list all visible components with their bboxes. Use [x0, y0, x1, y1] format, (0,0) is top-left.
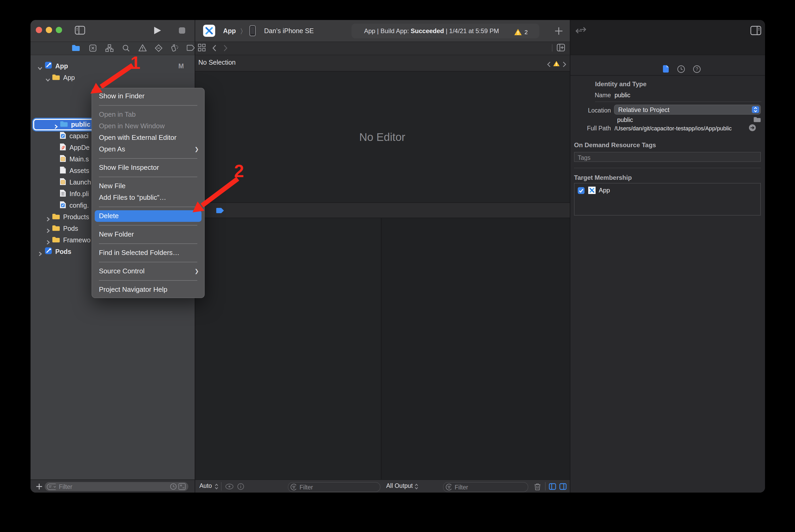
menu-item-new-folder[interactable]: New Folder: [92, 229, 204, 240]
tree-item-label: capaci: [70, 132, 88, 140]
location-dropdown[interactable]: Relative to Project: [614, 104, 761, 115]
jump-bar-selection[interactable]: No Selection: [198, 59, 236, 66]
menu-item-find-in-selected-folders[interactable]: Find in Selected Folders…: [92, 247, 204, 259]
inspector-toggle-icon[interactable]: [750, 26, 761, 37]
disclosure-right-icon[interactable]: [45, 226, 51, 231]
console-pane-toggle-icon[interactable]: [559, 483, 567, 490]
menu-item-open-in-new-window: Open in New Window: [92, 120, 204, 132]
warning-badge[interactable]: 2: [514, 27, 528, 36]
modified-badge: M: [178, 62, 184, 70]
disclosure-down-icon[interactable]: [37, 63, 42, 69]
tree-item-label: Pods: [63, 225, 78, 232]
disclosure-down-icon[interactable]: [45, 75, 51, 80]
symbol-navigator-tab-icon[interactable]: [105, 44, 114, 54]
eye-icon[interactable]: [225, 483, 234, 489]
folder-icon: [52, 224, 60, 233]
clear-console-trash-icon[interactable]: [534, 482, 541, 491]
next-issue-icon[interactable]: [562, 60, 567, 70]
menu-item-open-in-tab: Open in Tab: [92, 109, 204, 120]
svg-text:?: ?: [695, 66, 698, 72]
menu-item-open-with-external-editor[interactable]: Open with External Editor: [92, 132, 204, 144]
code-review-icon[interactable]: [575, 27, 586, 37]
menu-item-project-navigator-help[interactable]: Project Navigator Help: [92, 284, 204, 296]
navigator-filter-input[interactable]: [58, 483, 170, 490]
activity-viewer[interactable]: App | Build App: Succeeded | 1/4/21 at 5…: [351, 24, 539, 38]
storyboard-file-icon: [59, 177, 66, 187]
warning-count: 2: [525, 29, 528, 35]
name-value: public: [615, 92, 630, 98]
minimize-button[interactable]: [46, 27, 52, 33]
source-control-tab-icon[interactable]: [89, 44, 97, 54]
zoom-button[interactable]: [56, 27, 62, 33]
previous-issue-icon[interactable]: [547, 60, 551, 70]
variables-filter-input[interactable]: [299, 483, 380, 491]
disclosure-right-icon[interactable]: [37, 249, 42, 254]
console-view[interactable]: [381, 218, 570, 479]
run-button[interactable]: [153, 26, 162, 37]
disclosure-right-icon[interactable]: [53, 122, 58, 127]
odr-tags-input[interactable]: [575, 153, 765, 162]
close-button[interactable]: [36, 27, 42, 33]
disclosure-right-icon[interactable]: [45, 214, 51, 220]
disclosure-right-icon[interactable]: [45, 238, 51, 243]
build-status-result: Succeeded: [411, 27, 444, 35]
divider: [221, 482, 221, 491]
console-filter-field[interactable]: [443, 482, 528, 492]
quick-help-tab-icon[interactable]: ?: [693, 65, 701, 73]
back-icon[interactable]: [212, 44, 217, 54]
tree-item-label: config.: [70, 202, 89, 209]
menu-item-open-as[interactable]: Open As: [92, 144, 204, 155]
console-bottom-bar: All Output: [381, 479, 570, 493]
recent-files-clock-icon[interactable]: [170, 483, 177, 490]
navigator-filter-field[interactable]: [45, 482, 188, 491]
editor-inspector-divider[interactable]: [570, 20, 570, 493]
tree-item-label: Products: [63, 213, 89, 221]
tree-item-label: Framewo: [63, 236, 90, 244]
scheme-name[interactable]: App: [223, 27, 236, 35]
breakpoint-navigator-tab-icon[interactable]: [187, 44, 195, 54]
library-plus-icon[interactable]: [555, 27, 563, 37]
variables-view[interactable]: [195, 218, 381, 479]
tree-item-label: public: [71, 121, 90, 128]
jump-bar-warning-icon[interactable]: [553, 59, 560, 69]
issue-navigator-tab-icon[interactable]: [138, 44, 147, 54]
filter-options-icon[interactable]: [47, 483, 56, 490]
target-app-icon: [588, 187, 596, 194]
find-navigator-tab-icon[interactable]: [122, 44, 130, 54]
debug-pane-divider[interactable]: [381, 218, 381, 493]
test-navigator-tab-icon[interactable]: [155, 44, 163, 54]
odr-tags-field[interactable]: [574, 152, 761, 162]
app-scheme-icon[interactable]: [203, 25, 215, 39]
console-scope-select[interactable]: All Output: [386, 482, 413, 489]
info-icon[interactable]: [237, 483, 244, 490]
variables-scope-select[interactable]: Auto: [199, 482, 212, 489]
menu-item-source-control[interactable]: Source Control: [92, 265, 204, 277]
history-inspector-tab-icon[interactable]: [677, 65, 685, 73]
file-inspector-tab-icon[interactable]: [663, 65, 669, 73]
forward-icon[interactable]: [223, 44, 228, 54]
target-membership-row[interactable]: App: [578, 187, 610, 194]
updown-chevrons-icon: [415, 483, 418, 489]
add-editor-icon[interactable]: [557, 44, 565, 54]
stop-button[interactable]: [179, 27, 185, 34]
run-destination[interactable]: Dan’s iPhone SE: [264, 27, 314, 35]
asset-catalog-icon: [59, 166, 66, 176]
add-file-plus-icon[interactable]: [36, 483, 42, 490]
console-filter-input[interactable]: [454, 483, 528, 491]
related-items-icon[interactable]: [198, 44, 206, 54]
source-control-status-icon[interactable]: [178, 483, 186, 490]
variables-pane-toggle-icon[interactable]: [549, 483, 556, 490]
plist-file-icon: [59, 189, 66, 199]
choose-folder-icon[interactable]: [754, 117, 761, 122]
sidebar-toggle-icon[interactable]: [75, 26, 85, 37]
target-membership-box: App: [574, 183, 761, 215]
variables-bottom-bar: Auto: [195, 479, 381, 493]
checkbox-checked-icon[interactable]: [578, 187, 584, 194]
variables-filter-field[interactable]: [288, 482, 380, 492]
swift-file-icon: [59, 143, 66, 153]
debug-navigator-tab-icon[interactable]: [170, 44, 179, 54]
open-path-arrow-icon[interactable]: [749, 124, 756, 131]
project-navigator-tab[interactable]: [72, 44, 80, 54]
navigator-bottom-bar: [31, 479, 195, 493]
filter-funnel-icon: [446, 483, 451, 491]
